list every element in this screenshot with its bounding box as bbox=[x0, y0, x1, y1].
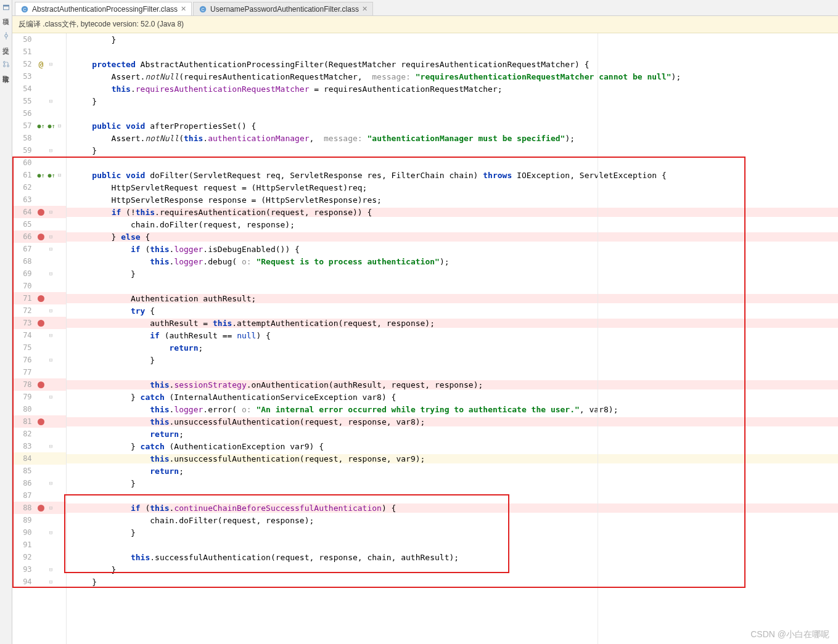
code-line[interactable]: return; bbox=[67, 428, 838, 440]
gutter-line[interactable]: 60 bbox=[12, 157, 66, 169]
code-line[interactable]: } catch (InternalAuthenticationServiceEx… bbox=[67, 391, 838, 403]
gutter-line[interactable]: 62 bbox=[12, 181, 66, 194]
gutter-line[interactable]: 79⊟ bbox=[12, 391, 66, 403]
fold-slot[interactable]: ⊟ bbox=[46, 357, 66, 363]
fold-slot[interactable]: ⊟ bbox=[46, 246, 66, 252]
breakpoint-slot[interactable] bbox=[36, 381, 47, 388]
gutter-line[interactable]: 73 bbox=[12, 317, 66, 329]
gutter-line[interactable]: 63 bbox=[12, 194, 66, 206]
gutter-line[interactable]: 51 bbox=[12, 46, 66, 58]
fold-slot[interactable]: ⊟ bbox=[46, 332, 66, 338]
gutter-line[interactable]: 90⊟ bbox=[12, 526, 66, 539]
gutter-line[interactable]: 78 bbox=[12, 378, 66, 391]
code-line[interactable]: } else { bbox=[67, 230, 838, 243]
fold-slot[interactable]: ⊟ bbox=[46, 480, 66, 486]
fold-slot[interactable]: ⊟ bbox=[46, 505, 66, 511]
fold-slot[interactable]: ⊟ bbox=[46, 271, 66, 277]
gutter-line[interactable]: 66⊟ bbox=[12, 230, 66, 243]
code-line[interactable]: } bbox=[67, 144, 838, 157]
fold-icon[interactable]: ⊟ bbox=[47, 308, 54, 314]
breakpoint-slot[interactable]: ●↑ bbox=[36, 123, 47, 129]
fold-icon[interactable]: ⊟ bbox=[47, 234, 54, 240]
editor-tab[interactable]: CAbstractAuthenticationProcessingFilter.… bbox=[15, 2, 192, 15]
gutter-line[interactable]: 52@⊟ bbox=[12, 58, 66, 70]
fold-icon[interactable]: ⊟ bbox=[47, 480, 54, 486]
fold-slot[interactable]: ⊟ bbox=[46, 61, 66, 67]
gutter-line[interactable]: 80 bbox=[12, 403, 66, 415]
code-line[interactable]: authResult = this.attemptAuthentication(… bbox=[67, 317, 838, 329]
code-line[interactable]: } bbox=[67, 95, 838, 107]
gutter-line[interactable]: 81 bbox=[12, 415, 66, 428]
fold-slot[interactable]: ⊟ bbox=[46, 234, 66, 240]
breakpoint-icon[interactable] bbox=[38, 505, 44, 512]
breakpoint-icon[interactable] bbox=[38, 381, 44, 388]
fold-slot[interactable]: ⊟ bbox=[46, 98, 66, 104]
code-line[interactable]: return; bbox=[67, 341, 838, 354]
code-line[interactable]: chain.doFilter(request, response); bbox=[67, 218, 838, 230]
gutter-line[interactable]: 59⊟ bbox=[12, 144, 66, 157]
code-line[interactable]: Assert.notNull(this.authenticationManage… bbox=[67, 132, 838, 144]
fold-icon[interactable]: ⊟ bbox=[47, 579, 54, 585]
override-icon[interactable]: ●↑ bbox=[37, 172, 44, 179]
code-line[interactable]: Authentication authResult; bbox=[67, 292, 838, 304]
breakpoint-slot[interactable] bbox=[36, 505, 47, 512]
code-line[interactable]: this.sessionStrategy.onAuthentication(au… bbox=[67, 378, 838, 391]
fold-icon[interactable]: ⊟ bbox=[47, 246, 54, 252]
breakpoint-slot[interactable]: @ bbox=[36, 60, 47, 69]
code-line[interactable]: HttpServletRequest request = (HttpServle… bbox=[67, 181, 838, 194]
code-line[interactable] bbox=[67, 107, 838, 120]
gutter-line[interactable]: 87 bbox=[12, 489, 66, 502]
fold-icon[interactable]: ⊟ bbox=[47, 529, 54, 536]
gutter-line[interactable]: 57●↑●↑⊟ bbox=[12, 120, 66, 132]
gutter-line[interactable]: 68 bbox=[12, 255, 66, 267]
fold-slot[interactable]: ●↑⊟ bbox=[46, 172, 66, 179]
breakpoint-slot[interactable] bbox=[36, 295, 47, 302]
code-line[interactable]: } bbox=[67, 354, 838, 366]
gutter-line[interactable]: 77 bbox=[12, 366, 66, 378]
fold-icon[interactable]: ⊟ bbox=[47, 443, 54, 449]
code-line[interactable]: if (this.logger.isDebugEnabled()) { bbox=[67, 243, 838, 255]
gutter-line[interactable]: 55⊟ bbox=[12, 95, 66, 107]
fold-icon[interactable]: ⊟ bbox=[47, 147, 54, 153]
code-line[interactable]: } catch (AuthenticationException var9) { bbox=[67, 440, 838, 452]
fold-icon[interactable]: ⊟ bbox=[47, 209, 54, 215]
fold-icon[interactable]: ⊟ bbox=[47, 271, 54, 277]
code-line[interactable]: } bbox=[67, 33, 838, 46]
gutter-line[interactable]: 69⊟ bbox=[12, 267, 66, 280]
code-line[interactable] bbox=[67, 539, 838, 551]
gutter-line[interactable]: 50 bbox=[12, 33, 66, 46]
breakpoint-slot[interactable] bbox=[36, 209, 47, 216]
gutter-line[interactable]: 53 bbox=[12, 70, 66, 83]
gutter-line[interactable]: 72⊟ bbox=[12, 304, 66, 317]
gutter-line[interactable]: 85 bbox=[12, 465, 66, 477]
breakpoint-icon[interactable] bbox=[38, 320, 44, 327]
code-line[interactable]: if (!this.requiresAuthentication(request… bbox=[67, 206, 838, 218]
breakpoint-slot[interactable] bbox=[36, 234, 47, 240]
code-line[interactable]: this.logger.error( o: "An internal error… bbox=[67, 403, 838, 415]
code-line[interactable]: protected AbstractAuthenticationProcessi… bbox=[67, 58, 838, 70]
breakpoint-slot[interactable]: ●↑ bbox=[36, 172, 47, 179]
gutter-line[interactable]: 75 bbox=[12, 341, 66, 354]
fold-slot[interactable]: ⊟ bbox=[46, 209, 66, 215]
fold-icon[interactable]: ⊟ bbox=[47, 98, 54, 104]
fold-slot[interactable]: ⊟ bbox=[46, 529, 66, 536]
code-line[interactable] bbox=[67, 157, 838, 169]
gutter-line[interactable]: 64⊟ bbox=[12, 206, 66, 218]
gutter-line[interactable]: 58 bbox=[12, 132, 66, 144]
code-line[interactable]: } bbox=[67, 563, 838, 576]
fold-icon[interactable]: ⊟ bbox=[56, 172, 62, 178]
gutter-line[interactable]: 91 bbox=[12, 539, 66, 551]
override-icon[interactable]: ●↑ bbox=[37, 123, 44, 129]
fold-icon[interactable]: ⊟ bbox=[47, 566, 54, 573]
fold-slot[interactable]: ⊟ bbox=[46, 579, 66, 585]
code-line[interactable] bbox=[67, 489, 838, 502]
code-line[interactable]: this.unsuccessfulAuthentication(request,… bbox=[67, 415, 838, 428]
code-line[interactable]: HttpServletResponse response = (HttpServ… bbox=[67, 194, 838, 206]
fold-icon[interactable]: ⊟ bbox=[56, 123, 62, 129]
code-line[interactable]: chain.doFilter(request, response); bbox=[67, 514, 838, 526]
gutter-line[interactable]: 94⊟ bbox=[12, 576, 66, 588]
breakpoint-icon[interactable] bbox=[38, 209, 44, 216]
gutter-line[interactable]: 89 bbox=[12, 514, 66, 526]
close-icon[interactable]: ✕ bbox=[362, 5, 368, 13]
gutter-line[interactable]: 65 bbox=[12, 218, 66, 230]
